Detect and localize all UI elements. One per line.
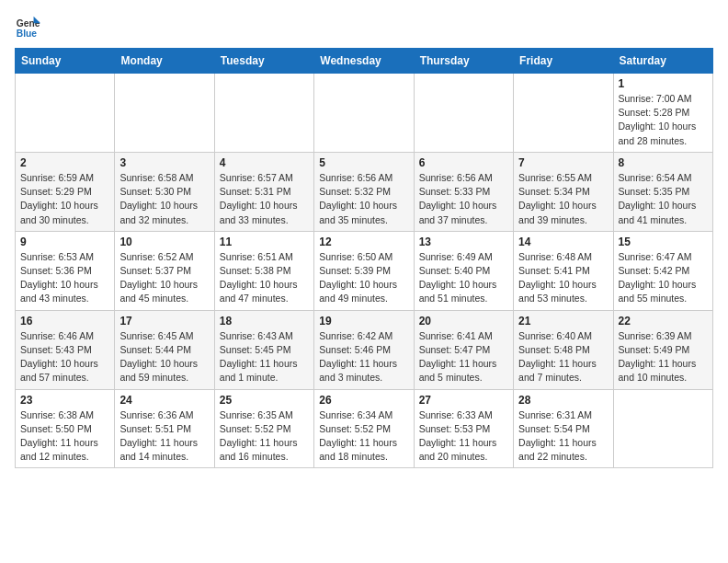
calendar-cell: 19Sunrise: 6:42 AMSunset: 5:46 PMDayligh… [314,310,414,389]
day-info: Sunrise: 6:42 AMSunset: 5:46 PMDaylight:… [319,329,408,385]
day-number: 20 [419,315,508,327]
day-info: Sunrise: 6:38 AMSunset: 5:50 PMDaylight:… [20,408,109,465]
day-number: 8 [619,156,708,169]
day-number: 19 [319,315,408,327]
calendar-cell [16,74,115,153]
day-number: 11 [220,236,309,248]
day-number: 13 [419,236,508,248]
weekday-header-row: SundayMondayTuesdayWednesdayThursdayFrid… [16,49,713,74]
calendar-cell: 23Sunrise: 6:38 AMSunset: 5:50 PMDayligh… [16,389,115,468]
calendar-cell: 13Sunrise: 6:49 AMSunset: 5:40 PMDayligh… [414,231,513,310]
calendar-cell: 6Sunrise: 6:56 AMSunset: 5:33 PMDaylight… [414,152,513,231]
day-info: Sunrise: 6:54 AMSunset: 5:35 PMDaylight:… [619,171,708,227]
calendar-cell: 21Sunrise: 6:40 AMSunset: 5:48 PMDayligh… [514,310,613,389]
day-number: 2 [20,156,109,169]
day-number: 23 [20,394,109,407]
day-info: Sunrise: 6:51 AMSunset: 5:38 PMDaylight:… [220,250,309,306]
day-info: Sunrise: 6:33 AMSunset: 5:53 PMDaylight:… [419,408,508,465]
calendar-cell: 10Sunrise: 6:52 AMSunset: 5:37 PMDayligh… [115,231,214,310]
week-row-4: 23Sunrise: 6:38 AMSunset: 5:50 PMDayligh… [16,389,713,468]
calendar-cell: 1Sunrise: 7:00 AMSunset: 5:28 PMDaylight… [613,74,712,153]
day-info: Sunrise: 6:49 AMSunset: 5:40 PMDaylight:… [419,250,508,306]
weekday-header-friday: Friday [514,49,613,74]
calendar-cell: 25Sunrise: 6:35 AMSunset: 5:52 PMDayligh… [214,389,313,468]
day-info: Sunrise: 6:34 AMSunset: 5:52 PMDaylight:… [319,408,408,465]
day-info: Sunrise: 6:52 AMSunset: 5:37 PMDaylight:… [119,250,209,306]
day-number: 9 [20,236,109,248]
calendar-cell: 4Sunrise: 6:57 AMSunset: 5:31 PMDaylight… [214,152,313,231]
day-info: Sunrise: 6:57 AMSunset: 5:31 PMDaylight:… [220,171,309,227]
day-info: Sunrise: 6:40 AMSunset: 5:48 PMDaylight:… [518,329,608,385]
weekday-header-thursday: Thursday [414,49,513,74]
header: General Blue [15,15,713,40]
day-info: Sunrise: 6:58 AMSunset: 5:30 PMDaylight:… [119,171,209,227]
calendar-cell [414,74,513,153]
day-number: 18 [220,315,309,327]
calendar-cell: 20Sunrise: 6:41 AMSunset: 5:47 PMDayligh… [414,310,513,389]
day-number: 26 [319,394,408,407]
calendar-cell: 17Sunrise: 6:45 AMSunset: 5:44 PMDayligh… [115,310,214,389]
day-info: Sunrise: 6:41 AMSunset: 5:47 PMDaylight:… [419,329,508,385]
day-number: 1 [619,77,708,90]
calendar-table: SundayMondayTuesdayWednesdayThursdayFrid… [15,48,713,468]
calendar-cell: 27Sunrise: 6:33 AMSunset: 5:53 PMDayligh… [414,389,513,468]
day-number: 17 [119,315,209,327]
day-info: Sunrise: 6:56 AMSunset: 5:33 PMDaylight:… [419,171,508,227]
day-info: Sunrise: 6:55 AMSunset: 5:34 PMDaylight:… [518,171,608,227]
calendar-cell: 5Sunrise: 6:56 AMSunset: 5:32 PMDaylight… [314,152,414,231]
svg-text:Blue: Blue [17,29,38,39]
weekday-header-sunday: Sunday [16,49,115,74]
calendar-cell [514,74,613,153]
day-number: 15 [619,236,708,248]
day-info: Sunrise: 6:59 AMSunset: 5:29 PMDaylight:… [20,171,109,227]
week-row-2: 9Sunrise: 6:53 AMSunset: 5:36 PMDaylight… [16,231,713,310]
calendar-cell: 7Sunrise: 6:55 AMSunset: 5:34 PMDaylight… [514,152,613,231]
day-info: Sunrise: 6:36 AMSunset: 5:51 PMDaylight:… [119,408,209,465]
calendar-cell: 11Sunrise: 6:51 AMSunset: 5:38 PMDayligh… [214,231,313,310]
day-info: Sunrise: 6:39 AMSunset: 5:49 PMDaylight:… [619,329,708,385]
weekday-header-saturday: Saturday [613,49,712,74]
day-number: 7 [518,156,608,169]
calendar-cell [115,74,214,153]
day-number: 3 [119,156,209,169]
calendar-cell [613,389,712,468]
calendar-cell: 28Sunrise: 6:31 AMSunset: 5:54 PMDayligh… [514,389,613,468]
day-number: 6 [419,156,508,169]
calendar-cell: 26Sunrise: 6:34 AMSunset: 5:52 PMDayligh… [314,389,414,468]
calendar-cell [314,74,414,153]
calendar-cell: 9Sunrise: 6:53 AMSunset: 5:36 PMDaylight… [16,231,115,310]
calendar-cell: 16Sunrise: 6:46 AMSunset: 5:43 PMDayligh… [16,310,115,389]
day-number: 5 [319,156,408,169]
calendar-cell: 24Sunrise: 6:36 AMSunset: 5:51 PMDayligh… [115,389,214,468]
calendar-cell: 8Sunrise: 6:54 AMSunset: 5:35 PMDaylight… [613,152,712,231]
day-number: 25 [220,394,309,407]
calendar-cell: 18Sunrise: 6:43 AMSunset: 5:45 PMDayligh… [214,310,313,389]
weekday-header-monday: Monday [115,49,214,74]
calendar-cell: 12Sunrise: 6:50 AMSunset: 5:39 PMDayligh… [314,231,414,310]
day-number: 10 [119,236,209,248]
logo: General Blue [15,15,44,40]
day-info: Sunrise: 6:31 AMSunset: 5:54 PMDaylight:… [518,408,608,465]
day-number: 22 [619,315,708,327]
day-info: Sunrise: 6:48 AMSunset: 5:41 PMDaylight:… [518,250,608,306]
week-row-3: 16Sunrise: 6:46 AMSunset: 5:43 PMDayligh… [16,310,713,389]
calendar-cell: 15Sunrise: 6:47 AMSunset: 5:42 PMDayligh… [613,231,712,310]
day-info: Sunrise: 6:53 AMSunset: 5:36 PMDaylight:… [20,250,109,306]
day-number: 16 [20,315,109,327]
calendar-cell: 14Sunrise: 6:48 AMSunset: 5:41 PMDayligh… [514,231,613,310]
day-number: 28 [518,394,608,407]
day-number: 4 [220,156,309,169]
day-info: Sunrise: 6:47 AMSunset: 5:42 PMDaylight:… [619,250,708,306]
week-row-0: 1Sunrise: 7:00 AMSunset: 5:28 PMDaylight… [16,74,713,153]
calendar-cell: 22Sunrise: 6:39 AMSunset: 5:49 PMDayligh… [613,310,712,389]
day-number: 24 [119,394,209,407]
day-number: 12 [319,236,408,248]
calendar-cell [214,74,313,153]
logo-icon: General Blue [15,15,40,40]
day-info: Sunrise: 6:46 AMSunset: 5:43 PMDaylight:… [20,329,109,385]
day-info: Sunrise: 6:35 AMSunset: 5:52 PMDaylight:… [220,408,309,465]
day-number: 27 [419,394,508,407]
day-number: 14 [518,236,608,248]
week-row-1: 2Sunrise: 6:59 AMSunset: 5:29 PMDaylight… [16,152,713,231]
day-number: 21 [518,315,608,327]
